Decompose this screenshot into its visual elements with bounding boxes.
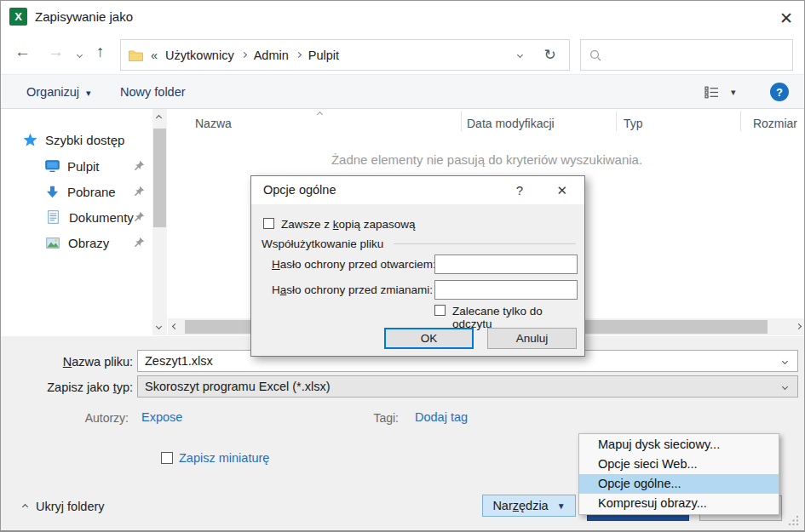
search-icon xyxy=(589,49,601,61)
sidebar-item-downloads[interactable]: Pobrane xyxy=(1,180,152,203)
pin-icon[interactable] xyxy=(134,186,145,197)
new-folder-button[interactable]: Nowy folder xyxy=(120,85,186,99)
tools-label: Narzędzia xyxy=(492,499,548,512)
group-separator-line xyxy=(394,243,576,244)
up-button[interactable]: ↑ xyxy=(96,43,105,61)
breadcrumb-admin[interactable]: Admin xyxy=(254,49,289,62)
window-close-button[interactable]: ✕ xyxy=(774,7,798,29)
sidebar-item-desktop[interactable]: Pulpit xyxy=(1,155,152,177)
authors-value-link[interactable]: Expose xyxy=(141,410,182,424)
scroll-down-icon[interactable] xyxy=(156,323,162,329)
quick-access-star-icon xyxy=(23,133,37,147)
sidebar-item-pictures[interactable]: Obrazy xyxy=(1,232,152,254)
dialog-ok-button[interactable]: OK xyxy=(384,328,474,349)
read-only-recommended-checkbox[interactable] xyxy=(434,305,446,316)
file-name-label: Nazwa pliku: xyxy=(35,355,133,369)
empty-list-message: Żadne elementy nie pasują do kryteriów w… xyxy=(168,152,805,167)
dialog-cancel-button[interactable]: Anuluj xyxy=(487,328,577,349)
scroll-left-icon[interactable] xyxy=(172,323,178,329)
breadcrumb-separator-icon[interactable] xyxy=(296,52,302,58)
documents-icon xyxy=(48,210,59,224)
breadcrumb-users[interactable]: Użytkownicy xyxy=(165,49,234,62)
scroll-up-icon[interactable] xyxy=(156,115,162,121)
pin-icon[interactable] xyxy=(134,211,145,222)
folder-icon[interactable] xyxy=(129,49,143,61)
pin-icon[interactable] xyxy=(134,160,145,171)
sidebar-item-label: Pobrane xyxy=(67,185,116,199)
resize-grip[interactable] xyxy=(787,514,799,526)
sidebar-item-label: Dokumenty xyxy=(69,210,134,225)
sort-ascending-icon xyxy=(317,112,323,117)
downloads-icon xyxy=(46,186,59,198)
menu-item-map-network-drive[interactable]: Mapuj dysk sieciowy... xyxy=(579,435,779,455)
hide-folders-button[interactable]: Ukryj foldery xyxy=(23,500,105,513)
chevron-down-icon[interactable] xyxy=(782,358,788,363)
hide-folders-label: Ukryj foldery xyxy=(36,500,105,513)
refresh-button[interactable]: ↻ xyxy=(531,39,570,71)
tools-menu: Mapuj dysk sieciowy... Opcje sieci Web..… xyxy=(578,433,779,515)
save-thumbnail-checkbox[interactable] xyxy=(161,452,173,464)
dialog-title: Opcje ogólne xyxy=(263,183,336,197)
sidebar-scrollbar[interactable] xyxy=(152,109,167,335)
always-backup-label[interactable]: Zawsze z kopią zapasową xyxy=(281,218,416,231)
desktop-icon xyxy=(45,160,60,172)
scrollbar-thumb[interactable] xyxy=(153,129,166,227)
dialog-close-button[interactable]: ✕ xyxy=(556,183,567,198)
file-name-value: Zeszyt1.xlsx xyxy=(145,354,213,368)
column-header-size[interactable]: Rozmiar xyxy=(708,117,797,130)
save-type-combobox[interactable]: Skoroszyt programu Excel (*.xlsx) xyxy=(137,375,798,398)
add-tag-link[interactable]: Dodaj tag xyxy=(415,410,468,424)
read-only-recommended-label[interactable]: Zalecane tylko do odczytu xyxy=(452,305,584,330)
view-options-chevron-icon[interactable]: ▾ xyxy=(731,87,736,98)
save-as-window: X Zapisywanie jako ✕ ← → ↑ « Użytkownicy… xyxy=(0,0,805,532)
dialog-help-button[interactable]: ? xyxy=(516,183,523,197)
column-separator[interactable] xyxy=(740,112,741,131)
search-box[interactable] xyxy=(580,39,793,71)
organize-dropdown-icon: ▾ xyxy=(86,88,91,98)
breadcrumb-separator-icon[interactable] xyxy=(241,52,247,58)
tools-button[interactable]: Narzędzia ▼ xyxy=(482,495,576,517)
sidebar-item-label: Obrazy xyxy=(68,236,109,250)
save-thumbnail-label[interactable]: Zapisz miniaturę xyxy=(179,451,269,465)
tags-label: Tagi: xyxy=(357,411,399,425)
back-button[interactable]: ← xyxy=(14,43,31,61)
column-header-type[interactable]: Typ xyxy=(624,117,643,130)
forward-button: → xyxy=(48,43,64,61)
password-open-label: Hasło ochrony przed otwarciem: xyxy=(272,258,436,271)
password-open-input[interactable] xyxy=(434,255,578,274)
address-bar[interactable]: « Użytkownicy Admin Pulpit xyxy=(120,39,532,71)
window-title: Zapisywanie jako xyxy=(35,9,133,24)
password-modify-label: Hasło ochrony przed zmianami: xyxy=(272,283,433,296)
recent-locations-chevron-icon[interactable] xyxy=(77,52,83,58)
address-dropdown-chevron-icon[interactable] xyxy=(517,52,523,58)
save-type-value: Skoroszyt programu Excel (*.xlsx) xyxy=(145,380,331,393)
pictures-icon xyxy=(46,237,60,249)
dialog-title-bar: Opcje ogólne ? ✕ xyxy=(251,176,584,204)
password-modify-input[interactable] xyxy=(434,280,578,300)
column-header-date-modified[interactable]: Data modyfikacji xyxy=(467,117,555,130)
menu-item-web-options[interactable]: Opcje sieci Web... xyxy=(579,455,779,474)
sidebar-item-quick-access[interactable]: Szybki dostęp xyxy=(1,129,152,151)
menu-item-compress-pictures[interactable]: Kompresuj obrazy... xyxy=(579,494,779,513)
chevron-down-icon[interactable] xyxy=(782,383,788,389)
column-separator[interactable] xyxy=(461,112,462,131)
tools-dropdown-icon: ▼ xyxy=(557,501,566,511)
scroll-right-icon[interactable] xyxy=(796,323,802,329)
breadcrumb-desktop[interactable]: Pulpit xyxy=(308,49,339,62)
chevron-up-icon xyxy=(22,503,28,509)
authors-label: Autorzy: xyxy=(76,411,129,425)
breadcrumb-overflow[interactable]: « xyxy=(151,49,158,62)
column-separator[interactable] xyxy=(616,112,617,131)
sidebar-item-documents[interactable]: Dokumenty xyxy=(1,206,152,228)
title-bar: X Zapisywanie jako ✕ xyxy=(1,1,804,33)
view-options-icon[interactable] xyxy=(704,86,719,99)
always-backup-checkbox[interactable] xyxy=(263,218,274,229)
menu-item-general-options[interactable]: Opcje ogólne... xyxy=(579,474,779,494)
column-header-name[interactable]: Nazwa xyxy=(195,117,232,130)
sidebar-item-label: Pulpit xyxy=(67,159,100,174)
general-options-dialog: Opcje ogólne ? ✕ Zawsze z kopią zapasową… xyxy=(250,175,585,357)
organize-button[interactable]: Organizuj ▾ xyxy=(26,85,91,99)
search-input[interactable] xyxy=(608,49,784,62)
help-button[interactable]: ? xyxy=(770,83,789,101)
pin-icon[interactable] xyxy=(134,237,145,248)
